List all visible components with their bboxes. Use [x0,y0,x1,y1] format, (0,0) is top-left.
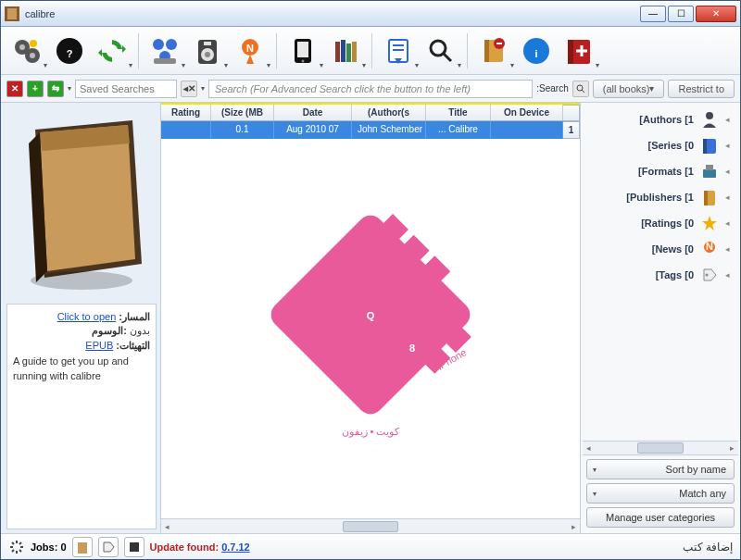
titlebar[interactable]: calibre — ☐ ✕ [1,1,740,27]
right-scrollbar[interactable]: ◂▸ [583,441,738,455]
advanced-search-button[interactable]: ◂✕ [181,81,197,97]
svg-point-5 [30,53,35,58]
svg-rect-83 [130,542,139,552]
sort-button[interactable]: ▾Sort by name [586,459,735,479]
status-right-text: إضافة كتب [683,541,733,554]
device-button[interactable]: ▾ [283,31,323,71]
main-area: Click to open :المسار بدون :الوسوم EPUB … [1,103,740,533]
svg-rect-63 [703,139,707,154]
category-ratings[interactable]: [Ratings [0◂ [583,210,738,236]
svg-point-61 [706,112,713,119]
svg-point-6 [30,40,37,47]
preferences-button[interactable]: ▾ [6,31,47,71]
metadata-button[interactable]: ▾ [378,31,419,71]
svg-point-72 [706,274,709,277]
svg-marker-68 [702,216,717,230]
restrict-dropdown[interactable]: Restrict to [668,80,735,98]
svg-rect-65 [706,165,713,170]
app-icon [5,6,19,21]
match-button[interactable]: ▾Match any [586,483,735,504]
svg-line-77 [12,542,14,544]
table-header[interactable]: Rating (Size (MB Date (Author(s Title On… [161,103,580,121]
path-link[interactable]: Click to open [57,311,117,322]
typewriter-icon [699,161,720,181]
allbooks-dropdown[interactable]: (all books) ▾ [593,80,665,98]
svg-point-11 [153,39,164,50]
svg-text:كويت • زيفون: كويت • زيفون [342,426,401,438]
category-authors[interactable]: [Authors [1◂ [583,106,738,132]
category-tags[interactable]: [Tags [0◂ [583,262,738,288]
manage-categories-button[interactable]: Manage user categories [586,507,735,528]
col-rating[interactable]: Rating [161,105,211,120]
layout-cover-button[interactable] [72,537,93,557]
layout-tag-button[interactable] [98,537,119,557]
save-button[interactable]: ▾ [187,31,228,71]
book-remove-button[interactable]: ▾ [473,31,514,71]
saved-searches-dropdown[interactable]: Saved Searches [75,80,177,98]
svg-line-78 [19,550,21,552]
svg-rect-67 [704,191,708,205]
col-title[interactable]: Title [426,105,491,120]
star-icon [699,213,720,233]
col-size[interactable]: (Size (MB [211,105,274,120]
svg-point-50 [31,271,132,290]
library-button[interactable]: ▾ [325,31,366,71]
person-icon [699,109,720,130]
svg-rect-25 [341,40,345,62]
category-series[interactable]: [Series [0◂ [583,132,738,158]
svg-text:?: ? [67,48,73,59]
svg-line-33 [444,54,451,61]
svg-rect-22 [297,42,308,57]
svg-rect-26 [346,44,351,62]
col-ondevice[interactable]: On Device [491,105,563,120]
left-panel: Click to open :المسار بدون :الوسوم EPUB … [1,103,160,533]
minimize-button[interactable]: — [640,6,666,22]
table-row[interactable]: 0.1 Aug 2010 07 John Schember ... Calibr… [161,121,580,139]
svg-text:Q: Q [367,310,375,321]
jobs-label[interactable]: Jobs: 0 [31,541,67,553]
book-info-box: Click to open :المسار بدون :الوسوم EPUB … [6,304,157,529]
search-label: :Search [536,83,568,93]
format-link[interactable]: EPUB [85,340,113,351]
svg-rect-35 [484,40,489,62]
toolbar: ▾ ? ▾ ▾ ▾ N▾ ▾ ▾ ▾ ▾ ▾ i ▾ [1,27,740,75]
connect-button[interactable]: ▾ [144,31,185,71]
cover-image [6,108,157,298]
svg-line-80 [19,542,21,544]
save-search-button[interactable]: + [27,81,44,97]
svg-point-23 [302,59,305,62]
col-authors[interactable]: (Author(s [352,105,426,120]
search-go-button[interactable] [572,81,589,97]
svg-text:N: N [246,43,254,54]
update-notice: Update found: 0.7.12 [150,541,250,553]
close-button[interactable]: ✕ [696,6,736,22]
svg-point-3 [19,44,25,50]
category-news[interactable]: [News [0N◂ [583,236,738,262]
search-bar: ✕ + ⇆ ▾ Saved Searches ◂✕ ▾ Search (For … [1,75,740,103]
svg-point-17 [205,52,210,57]
svg-rect-18 [204,42,211,45]
maximize-button[interactable]: ☐ [668,6,694,22]
copy-search-button[interactable]: ⇆ [47,81,64,97]
category-formats[interactable]: [Formats [1◂ [583,158,738,184]
search-button[interactable]: ▾ [421,31,461,71]
category-publishers[interactable]: [Publishers [1◂ [583,184,738,210]
svg-line-79 [12,550,14,552]
col-date[interactable]: Date [274,105,352,120]
news-icon: N [699,239,720,259]
window-title: calibre [25,8,640,19]
horizontal-scrollbar[interactable]: ◂▸ [161,518,580,533]
book-description: A guide to get you up and running with c… [13,355,150,383]
search-input[interactable]: Search (For Advanced Search click the bu… [208,80,533,98]
update-link[interactable]: 0.7.12 [221,541,250,553]
news-button[interactable]: N▾ [230,31,270,71]
layout-book-button[interactable] [124,537,144,557]
help-button[interactable]: ? [49,31,90,71]
svg-rect-1 [7,8,17,19]
svg-marker-9 [122,45,126,53]
clear-search-button[interactable]: ✕ [6,81,23,97]
convert-button[interactable]: ▾ [92,31,132,71]
svg-point-12 [166,39,177,50]
add-book-button[interactable]: ▾ [559,31,599,71]
info-button[interactable]: i [516,31,557,71]
